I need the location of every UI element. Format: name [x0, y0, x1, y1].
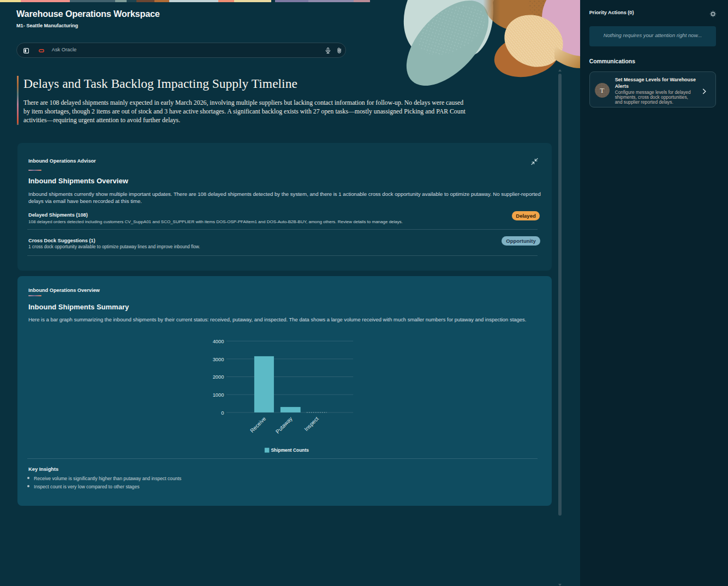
svg-text:Putaway: Putaway — [275, 416, 294, 435]
svg-text:Shipment Counts: Shipment Counts — [271, 447, 309, 453]
svg-text:1000: 1000 — [213, 392, 224, 398]
svg-text:2000: 2000 — [213, 374, 224, 380]
svg-text:3000: 3000 — [213, 357, 224, 362]
svg-text:Receive: Receive — [249, 415, 267, 434]
svg-text:0: 0 — [221, 410, 224, 416]
svg-text:Inspect: Inspect — [303, 415, 320, 432]
svg-text:4000: 4000 — [213, 339, 224, 344]
